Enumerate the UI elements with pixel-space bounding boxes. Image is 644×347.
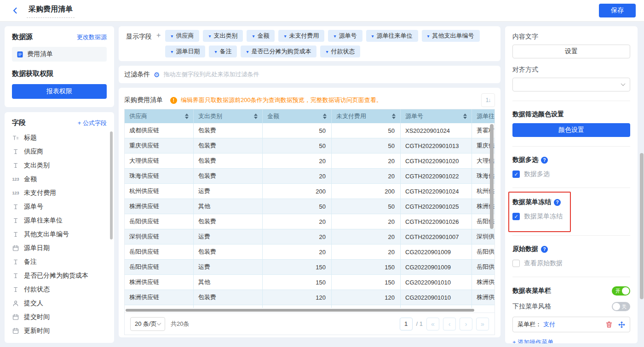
sort-arrows-icon[interactable] — [323, 114, 327, 119]
sort-arrows-icon[interactable] — [254, 114, 258, 119]
field-item[interactable]: 供应商 — [12, 145, 107, 159]
add-formula-field-link[interactable]: + 公式字段 — [78, 119, 107, 127]
field-item[interactable]: 付款状态 — [12, 283, 107, 296]
column-header[interactable]: 源单往来单位 — [472, 109, 494, 123]
chevron-down-icon: ▾ — [334, 34, 336, 39]
column-header[interactable]: 支出类别 — [194, 109, 263, 123]
report-permission-button[interactable]: 报表权限 — [12, 84, 107, 99]
current-page-box[interactable]: 1 — [400, 318, 413, 330]
field-item[interactable]: 备注 — [12, 255, 107, 269]
table-cell: 株洲供应链 — [472, 275, 494, 290]
field-item[interactable]: 提交人 — [12, 296, 107, 310]
data-table: 供应商支出类别金额未支付费用源单号源单往来单位 成都供应链包装费5050XS20… — [124, 109, 495, 335]
sort-arrows-icon[interactable] — [392, 114, 396, 119]
change-datasource-link[interactable]: 更改数据源 — [77, 33, 107, 41]
display-field-chip[interactable]: ▾未支付费用 — [278, 30, 324, 42]
back-button[interactable] — [11, 6, 19, 15]
multi-select-checkbox[interactable]: ✓ — [512, 171, 520, 178]
table-menu-toggle[interactable]: 开 — [612, 286, 630, 296]
table-cell: CGTH20220901022 — [401, 169, 472, 183]
content-text-settings-button[interactable]: 设置 — [512, 45, 630, 58]
display-field-chip[interactable]: ▾源单往来单位 — [366, 30, 418, 42]
field-item[interactable]: 是否已分摊为购货成本 — [12, 269, 107, 283]
table-cell: 20 — [263, 245, 332, 259]
display-field-chip[interactable]: ▾付款状态 — [320, 46, 360, 57]
filter-bar[interactable]: 过滤条件 ⚙ 拖动左侧字段到此处来添加过滤条件 — [119, 66, 500, 83]
column-header[interactable]: 金额 — [263, 109, 332, 123]
sort-arrows-icon[interactable] — [185, 114, 189, 119]
page-scrollbar-thumb[interactable] — [640, 153, 644, 299]
display-field-chip[interactable]: ▾供应商 — [165, 30, 199, 42]
table-row: 岳阳供应链运费150150CG20220901009岳阳供应链 — [125, 260, 494, 275]
raw-data-checkbox[interactable] — [512, 260, 520, 267]
field-item[interactable]: 提交时间 — [12, 310, 107, 324]
add-action-menu-link[interactable]: + 添加操作菜单 — [512, 338, 630, 343]
sort-order-button[interactable]: 1↓ — [481, 93, 495, 107]
gear-icon[interactable]: ⚙ — [154, 71, 160, 78]
help-icon[interactable]: ? — [541, 246, 548, 253]
multi-select-title: 数据多选 — [512, 156, 538, 164]
column-header[interactable]: 源单号 — [401, 109, 472, 123]
left-panel: 数据源 更改数据源 费用清单 数据获取权限 报表权限 字段 + 公式字段 标题供… — [5, 26, 114, 343]
field-label: 源单号 — [24, 203, 43, 211]
first-page-button[interactable]: « — [426, 318, 439, 330]
move-icon[interactable] — [618, 321, 625, 328]
field-item[interactable]: 源单日期 — [12, 241, 107, 255]
table-cell: 株洲供应链 — [125, 199, 194, 214]
help-icon[interactable]: ? — [541, 157, 548, 164]
text-field-icon — [12, 231, 19, 238]
date-field-icon — [12, 245, 19, 251]
field-item[interactable]: 源单往来单位 — [12, 214, 107, 228]
field-item[interactable]: 更新时间 — [12, 324, 107, 338]
field-item[interactable]: 标题 — [12, 131, 107, 145]
chevron-down-icon: ▾ — [208, 34, 211, 39]
field-item[interactable]: 支出类别 — [12, 159, 107, 172]
dropdown-style-label: 下拉菜单风格 — [512, 302, 551, 311]
help-icon[interactable]: ? — [554, 199, 561, 206]
display-field-chip[interactable]: ▾源单号 — [328, 30, 362, 42]
column-header[interactable]: 供应商 — [125, 109, 194, 123]
page-total: / 1 — [416, 320, 423, 327]
add-display-field-button[interactable]: + — [156, 31, 161, 40]
display-field-chip[interactable]: ▾金额 — [247, 30, 275, 42]
datasource-item[interactable]: 费用清单 — [12, 47, 107, 62]
field-item[interactable]: 123未支付费用 — [12, 186, 107, 200]
table-cell: 20 — [263, 169, 332, 183]
display-field-chip[interactable]: ▾支出类别 — [203, 30, 243, 42]
pagination: 1 / 1 « ‹ › » — [400, 318, 489, 330]
last-page-button[interactable]: » — [476, 318, 489, 330]
trash-icon[interactable] — [606, 321, 612, 328]
display-fields-card: 显示字段 + ▾供应商▾支出类别▾金额▾未支付费用▾源单号▾源单往来单位▾其他支… — [119, 26, 500, 61]
menu-item-name[interactable]: 支付 — [543, 320, 555, 329]
table-row: 岳阳供应链包装费2020CG20220901009岳阳供应链 — [125, 245, 494, 260]
table-vertical-scrollbar[interactable] — [490, 124, 494, 229]
field-item[interactable]: 其他支出单编号 — [12, 228, 107, 241]
table-cell: CG20220901010 — [401, 290, 472, 305]
dropdown-style-toggle[interactable]: 关 — [612, 302, 630, 311]
field-item[interactable]: 源单号 — [12, 200, 107, 214]
table-cell: CG20220901009 — [401, 260, 472, 274]
next-page-button[interactable]: › — [460, 318, 472, 330]
table-cell: 150 — [332, 275, 401, 290]
sort-arrows-icon[interactable] — [463, 114, 467, 119]
align-select[interactable] — [512, 78, 630, 91]
chevron-down-icon: ▾ — [427, 34, 430, 39]
prev-page-button[interactable]: ‹ — [443, 318, 456, 330]
page-size-select[interactable]: 20 条/页 — [130, 317, 165, 331]
table-cell: 包装费 — [194, 214, 263, 229]
column-header-label: 源单往来单位 — [477, 112, 494, 120]
field-item[interactable]: 123金额 — [12, 172, 107, 186]
fields-scrollbar-thumb[interactable] — [110, 131, 113, 239]
color-settings-button[interactable]: 颜色设置 — [512, 123, 630, 137]
display-field-chip[interactable]: ▾是否已分摊为购货成本 — [241, 46, 316, 57]
save-button[interactable]: 保存 — [599, 4, 636, 17]
menu-freeze-checkbox[interactable]: ✓ — [512, 213, 520, 220]
display-field-chip[interactable]: ▾源单日期 — [165, 46, 205, 57]
display-field-chip[interactable]: ▾其他支出单编号 — [422, 30, 480, 42]
menu-bar-item[interactable]: 菜单栏： 支付 — [512, 317, 630, 332]
chevron-left-icon — [11, 6, 19, 15]
table-cell: 200 — [263, 184, 332, 199]
table-horizontal-scrollbar[interactable] — [126, 309, 474, 312]
display-field-chip[interactable]: ▾备注 — [209, 46, 237, 57]
column-header[interactable]: 未支付费用 — [332, 109, 401, 123]
